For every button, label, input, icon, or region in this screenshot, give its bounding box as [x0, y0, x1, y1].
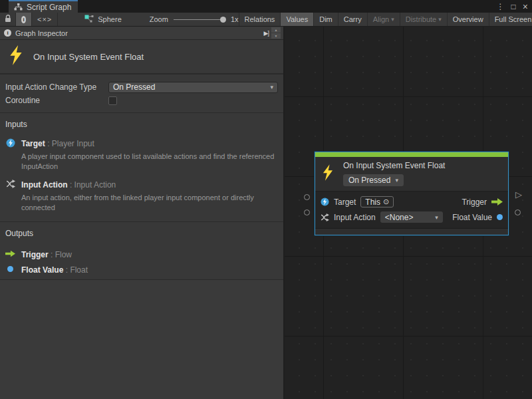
float-dot-icon [497, 214, 503, 220]
input-action-input-port[interactable] [304, 209, 310, 215]
scroll-up-icon[interactable]: ▲ [271, 27, 281, 33]
window-menu-icon[interactable]: ⋮ [497, 3, 505, 11]
output-name: Float Value [21, 265, 63, 275]
tab-title: Script Graph [27, 3, 71, 12]
flow-arrow-icon [5, 250, 15, 257]
lock-button[interactable] [0, 13, 16, 26]
code-view-button[interactable]: <×> [32, 13, 58, 26]
toolbar-button-distribute[interactable]: Distribute ▾ [400, 13, 447, 26]
dock-panel-icon[interactable]: ▶] [264, 30, 269, 37]
change-type-value: On Pressed [113, 82, 155, 92]
node-settings: Input Action Change Type On Pressed ▾ Co… [0, 74, 283, 113]
input-item-target: Target : Player Input A player input com… [5, 137, 278, 172]
zoom-label: Zoom [150, 15, 168, 23]
player-input-icon [321, 198, 329, 206]
trigger-output-port[interactable]: ▷ [515, 190, 522, 199]
target-this-chip[interactable]: This ⊙ [360, 196, 394, 207]
graph-toolbar: i <×> Sphere Zoom 1x Relations Values Di [0, 13, 532, 27]
zoom-value: 1x [231, 15, 239, 23]
graph-canvas[interactable]: On Input System Event Float On Pressed ▾ [285, 27, 532, 399]
window-titlebar: Script Graph ⋮ □ × [0, 0, 532, 13]
player-input-icon [5, 138, 15, 148]
chevron-down-icon: ▾ [395, 177, 398, 184]
lock-icon [5, 15, 11, 24]
button-label: Carry [344, 15, 362, 23]
inputs-section: Inputs Target : Player Input A player in… [0, 113, 283, 221]
node-on-input-system-event-float[interactable]: On Input System Event Float On Pressed ▾ [315, 152, 509, 235]
script-machine-icon [84, 15, 94, 24]
object-picker-icon[interactable]: ⊙ [383, 198, 389, 206]
input-type: Input Action [74, 180, 116, 190]
outputs-section: Outputs Trigger : Flow Float Value : Flo… [0, 221, 283, 279]
output-item-float-value: Float Value : Float [5, 261, 278, 277]
inspector-toggle-button[interactable]: i [16, 13, 32, 26]
graph-context-label: Sphere [98, 15, 121, 23]
toolbar-button-values[interactable]: Values [280, 13, 313, 26]
input-type: Player Input [52, 139, 94, 148]
window-close-icon[interactable]: × [523, 2, 528, 11]
node-event-accent-bar [315, 152, 508, 157]
node-mode-value: On Pressed [348, 176, 390, 185]
target-input-port[interactable] [304, 194, 310, 200]
flow-arrow-icon [491, 198, 503, 205]
node-title-block: On Input System Event Float [0, 40, 283, 74]
button-label: Overview [453, 15, 483, 23]
node-body: Target This ⊙ Trigger [315, 192, 508, 228]
output-type: Float [70, 265, 88, 275]
scroll-down-icon[interactable]: ▼ [271, 33, 281, 39]
chevron-down-icon: ▾ [435, 214, 438, 221]
change-type-dropdown[interactable]: On Pressed ▾ [108, 82, 278, 93]
input-name: Input Action [21, 180, 68, 190]
graph-hierarchy-icon [14, 3, 23, 11]
button-label: Values [286, 15, 308, 23]
button-label: Relations [245, 15, 275, 23]
float-value-output-port[interactable] [515, 209, 521, 215]
change-type-label: Input Action Change Type [5, 82, 108, 92]
toolbar-button-carry[interactable]: Carry [338, 13, 367, 26]
button-label: Dim [319, 15, 332, 23]
graph-inspector-title: Graph Inspector [15, 29, 68, 37]
separator: : [45, 139, 52, 148]
zoom-slider[interactable] [174, 19, 225, 20]
float-dot-icon [5, 266, 15, 272]
node-row-inputaction-floatvalue: Input Action <None> ▾ Float Value [321, 209, 503, 225]
event-bolt-icon [322, 164, 334, 184]
tab-script-graph[interactable]: Script Graph [9, 0, 78, 13]
node-header[interactable]: On Input System Event Float On Pressed ▾ [315, 157, 508, 192]
code-icon: <×> [37, 15, 52, 23]
event-bolt-icon [9, 45, 23, 68]
node-title: On Input System Event Float [33, 52, 144, 62]
outputs-heading: Outputs [5, 229, 278, 238]
target-value: This [365, 198, 380, 207]
inspector-empty-area [0, 279, 283, 399]
button-label: Align [373, 15, 389, 23]
toolbar-button-dim[interactable]: Dim [313, 13, 338, 26]
zoom-slider-handle[interactable] [220, 17, 226, 23]
info-icon: i [4, 29, 11, 37]
toolbar-button-overview[interactable]: Overview [447, 13, 489, 26]
chevron-down-icon: ▾ [438, 16, 442, 23]
output-item-trigger: Trigger : Flow [5, 246, 278, 261]
input-description: A player input component used to list av… [21, 152, 278, 172]
toolbar-button-align[interactable]: Align ▾ [367, 13, 400, 26]
graph-inspector-header: i Graph Inspector ▶] ▲ ▼ [0, 27, 283, 40]
button-label: Full Screen [495, 15, 532, 23]
inputs-heading: Inputs [5, 120, 278, 129]
toolbar-button-relations[interactable]: Relations [239, 13, 281, 26]
trigger-port-label: Trigger [462, 198, 487, 207]
output-type: Flow [55, 250, 72, 259]
graph-context-breadcrumb[interactable]: Sphere [84, 13, 121, 26]
output-name: Trigger [21, 250, 49, 259]
window-maximize-icon[interactable]: □ [511, 3, 516, 11]
node-mode-dropdown[interactable]: On Pressed ▾ [343, 174, 404, 186]
graph-inspector-panel: i Graph Inspector ▶] ▲ ▼ On Input System… [0, 27, 285, 399]
input-action-icon [321, 213, 329, 221]
panel-scrollbar[interactable]: ▲ ▼ [271, 27, 281, 39]
separator: : [63, 265, 70, 275]
node-title: On Input System Event Float [343, 161, 445, 170]
node-footer [315, 228, 508, 235]
input-action-dropdown[interactable]: <None> ▾ [380, 211, 443, 223]
zoom-control: Zoom 1x [150, 13, 239, 26]
coroutine-checkbox[interactable] [108, 96, 117, 105]
toolbar-button-full-screen[interactable]: Full Screen [489, 13, 532, 26]
